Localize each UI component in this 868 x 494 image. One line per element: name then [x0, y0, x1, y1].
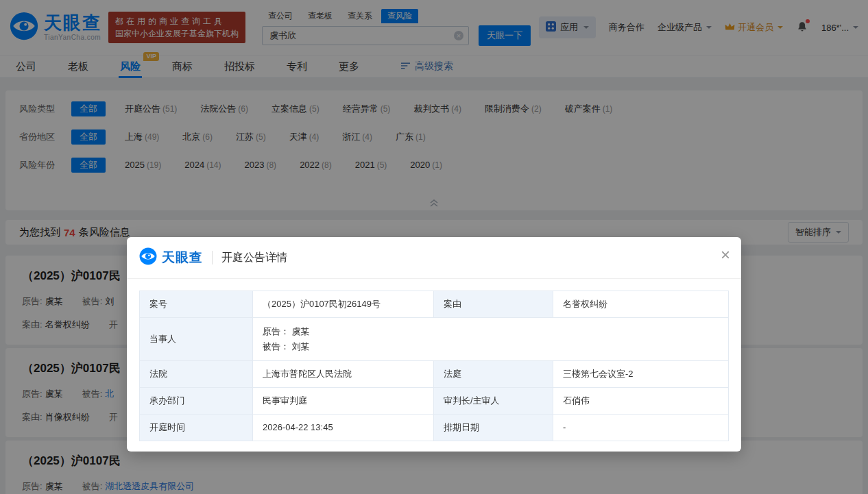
modal-header: 天眼查 开庭公告详情 ×	[127, 237, 741, 279]
tianyancha-logo: 天眼查	[139, 247, 203, 268]
cause-label: 案由	[434, 291, 553, 318]
table-row: 承办部门 民事审判庭 审判长/主审人 石俏伟	[140, 388, 729, 415]
modal-body: 案号 （2025）沪0107民初26149号 案由 名誉权纠纷 当事人 原告： …	[127, 279, 741, 441]
modal-title: 开庭公告详情	[221, 251, 287, 265]
hearing-time-value: 2026-04-22 13:45	[253, 415, 434, 441]
schedule-date-label: 排期日期	[434, 415, 553, 441]
department-value: 民事审判庭	[253, 388, 434, 415]
court-announcement-modal: 天眼查 开庭公告详情 × 案号 （2025）沪0107民初26149号 案由 名…	[127, 237, 741, 452]
table-row: 开庭时间 2026-04-22 13:45 排期日期 -	[140, 415, 729, 441]
table-row: 法院 上海市普陀区人民法院 法庭 三楼第七会议室-2	[140, 361, 729, 388]
close-icon[interactable]: ×	[721, 244, 730, 265]
case-no-value: （2025）沪0107民初26149号	[253, 291, 434, 318]
court-label: 法院	[140, 361, 253, 388]
brand-name: 天眼查	[162, 249, 203, 267]
cause-value: 名誉权纠纷	[553, 291, 729, 318]
party-label: 当事人	[140, 318, 253, 361]
case-no-label: 案号	[140, 291, 253, 318]
party-value: 原告： 虞某 被告： 刘某	[253, 318, 729, 361]
courtroom-value: 三楼第七会议室-2	[553, 361, 729, 388]
courtroom-label: 法庭	[434, 361, 553, 388]
judge-value: 石俏伟	[553, 388, 729, 415]
announcement-detail-table: 案号 （2025）沪0107民初26149号 案由 名誉权纠纷 当事人 原告： …	[139, 291, 729, 441]
table-row: 案号 （2025）沪0107民初26149号 案由 名誉权纠纷	[140, 291, 729, 318]
department-label: 承办部门	[140, 388, 253, 415]
judge-label: 审判长/主审人	[434, 388, 553, 415]
divider	[212, 251, 213, 264]
hearing-time-label: 开庭时间	[140, 415, 253, 441]
defendant-line: 被告： 刘某	[263, 339, 719, 354]
table-row: 当事人 原告： 虞某 被告： 刘某	[140, 318, 729, 361]
tianyancha-logo-icon	[139, 247, 157, 268]
plaintiff-line: 原告： 虞某	[263, 324, 719, 339]
court-value: 上海市普陀区人民法院	[253, 361, 434, 388]
schedule-date-value: -	[553, 415, 729, 441]
